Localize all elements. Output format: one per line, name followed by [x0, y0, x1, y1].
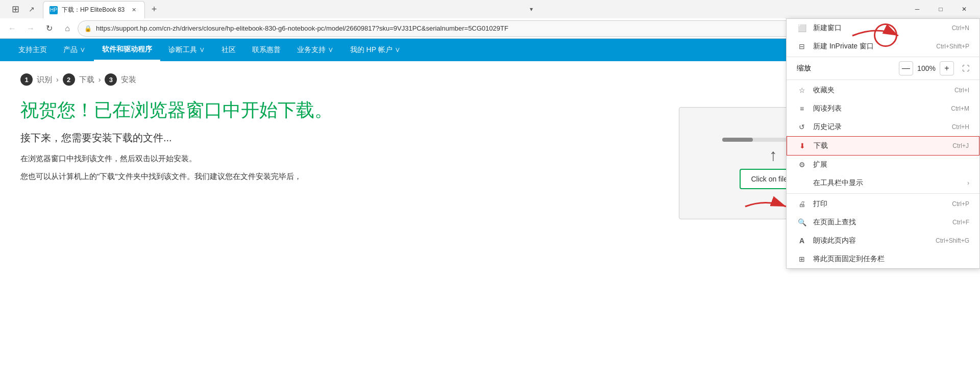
tab-icon-1[interactable]: ⊞ — [8, 2, 22, 16]
downloads-shortcut: Ctrl+J — [952, 142, 969, 149]
back-button[interactable]: ← — [4, 20, 20, 37]
favorites-icon: ☆ — [797, 85, 807, 95]
close-button[interactable]: ✕ — [952, 0, 976, 18]
refresh-button[interactable]: ↻ — [41, 20, 57, 37]
reading-list-shortcut: Ctrl+M — [951, 105, 969, 112]
menu-item-print[interactable]: 🖨 打印 Ctrl+P — [787, 195, 979, 213]
tab-title: 下载：HP EliteBook 83 — [62, 6, 125, 14]
menu-divider-3 — [787, 193, 979, 194]
new-window-icon: ⬜ — [797, 23, 807, 33]
history-label: 历史记录 — [813, 122, 946, 132]
menu-item-read-aloud[interactable]: A 朗读此页内容 Ctrl+Shift+G — [787, 231, 979, 250]
find-shortcut: Ctrl+F — [952, 219, 969, 226]
breadcrumb-step-1: 1 识别 — [20, 73, 52, 86]
pin-taskbar-icon: ⊞ — [797, 254, 807, 264]
menu-item-favorites[interactable]: ☆ 收藏夹 Ctrl+I — [787, 81, 979, 99]
history-icon: ↺ — [797, 122, 807, 132]
home-button[interactable]: ⌂ — [59, 20, 76, 37]
zoom-control: 缩放 — 100% + ⛶ — [787, 58, 979, 79]
step-3-label: 安装 — [121, 75, 136, 85]
toolbar-show-icon — [797, 178, 807, 188]
url-display: https://support.hp.com/cn-zh/drivers/clo… — [96, 24, 866, 32]
title-bar: ⊞ ↗ HP 下载：HP EliteBook 83 ✕ + ▾ ─ □ ✕ — [0, 0, 980, 18]
tab-dropdown-button[interactable]: ▾ — [524, 2, 538, 16]
step-1-number: 1 — [20, 73, 33, 86]
history-shortcut: Ctrl+H — [952, 123, 969, 131]
menu-divider-1 — [787, 57, 979, 57]
find-label: 在页面上查找 — [813, 218, 946, 227]
active-tab[interactable]: HP 下载：HP EliteBook 83 ✕ — [43, 1, 145, 18]
pin-taskbar-label: 将此页面固定到任务栏 — [813, 254, 969, 264]
arrow-up-icon: ↑ — [769, 146, 777, 165]
step-2-number: 2 — [63, 73, 75, 86]
breadcrumb-step-3: 3 安装 — [105, 73, 136, 86]
downloads-label: 下载 — [814, 141, 946, 150]
favorites-shortcut: Ctrl+I — [954, 87, 969, 94]
read-aloud-shortcut: Ctrl+Shift+G — [936, 237, 969, 244]
menu-item-extensions[interactable]: ⚙ 扩展 — [787, 156, 979, 174]
new-window-shortcut: Ctrl+N — [952, 24, 969, 32]
step-2-label: 下载 — [79, 75, 94, 85]
print-label: 打印 — [813, 199, 946, 209]
toolbar-show-label: 在工具栏中显示 — [813, 178, 961, 188]
inprivate-icon: ⊟ — [797, 41, 807, 52]
step-3-number: 3 — [105, 73, 117, 86]
nav-item-diagnostics[interactable]: 诊断工具 ∨ — [160, 39, 213, 61]
menu-item-find[interactable]: 🔍 在页面上查找 Ctrl+F — [787, 213, 979, 231]
zoom-out-button[interactable]: — — [899, 61, 913, 75]
downloads-icon: ⬇ — [797, 141, 807, 151]
inprivate-label: 新建 InPrivate 窗口 — [813, 42, 930, 51]
new-tab-button[interactable]: + — [147, 2, 161, 16]
print-shortcut: Ctrl+P — [952, 200, 969, 208]
print-icon: 🖨 — [797, 199, 807, 209]
menu-item-pin-taskbar[interactable]: ⊞ 将此页面固定到任务栏 — [787, 250, 979, 268]
nav-item-contact[interactable]: 联系惠普 — [244, 39, 289, 61]
extensions-label: 扩展 — [813, 160, 969, 169]
context-menu: ⬜ 新建窗口 Ctrl+N ⊟ 新建 InPrivate 窗口 Ctrl+Shi… — [786, 18, 980, 269]
menu-item-toolbar-show[interactable]: 在工具栏中显示 › — [787, 174, 979, 192]
nav-item-account[interactable]: 我的 HP 帐户 ∨ — [342, 39, 409, 61]
nav-item-software[interactable]: 软件和驱动程序 — [94, 39, 160, 61]
nav-item-community[interactable]: 社区 — [213, 39, 244, 61]
tab-icon-2[interactable]: ↗ — [24, 2, 39, 16]
lock-icon: 🔒 — [84, 25, 92, 32]
new-window-label: 新建窗口 — [813, 23, 946, 33]
zoom-label: 缩放 — [797, 64, 895, 73]
progress-bar-fill — [722, 138, 753, 142]
menu-item-history[interactable]: ↺ 历史记录 Ctrl+H — [787, 118, 979, 136]
menu-item-downloads[interactable]: ⬇ 下载 Ctrl+J — [787, 136, 979, 156]
breadcrumb-arrow-1: › — [56, 75, 59, 84]
zoom-expand-button[interactable]: ⛶ — [962, 64, 969, 72]
favorites-label: 收藏夹 — [813, 86, 948, 95]
reading-list-icon: ≡ — [797, 104, 807, 114]
zoom-in-button[interactable]: + — [940, 61, 954, 75]
nav-item-business[interactable]: 业务支持 ∨ — [289, 39, 342, 61]
menu-divider-2 — [787, 80, 979, 80]
read-aloud-label: 朗读此页内容 — [813, 236, 929, 245]
toolbar-show-arrow: › — [967, 179, 969, 187]
step-1-label: 识别 — [37, 75, 52, 85]
forward-button[interactable]: → — [22, 20, 39, 37]
read-aloud-icon: A — [797, 236, 807, 246]
extensions-icon: ⚙ — [797, 160, 807, 170]
nav-item-products[interactable]: 产品 ∨ — [55, 39, 94, 61]
find-icon: 🔍 — [797, 217, 807, 227]
minimize-button[interactable]: ─ — [905, 0, 929, 18]
tab-close-button[interactable]: ✕ — [129, 6, 138, 15]
inprivate-shortcut: Ctrl+Shift+P — [936, 43, 969, 50]
nav-item-home[interactable]: 支持主页 — [10, 39, 55, 61]
menu-item-reading-list[interactable]: ≡ 阅读列表 Ctrl+M — [787, 99, 979, 118]
maximize-button[interactable]: □ — [929, 0, 952, 18]
menu-item-new-window[interactable]: ⬜ 新建窗口 Ctrl+N — [787, 19, 979, 37]
tab-icon-group: ⊞ ↗ — [8, 2, 39, 18]
address-input[interactable]: 🔒 https://support.hp.com/cn-zh/drivers/c… — [78, 20, 888, 37]
menu-item-inprivate[interactable]: ⊟ 新建 InPrivate 窗口 Ctrl+Shift+P — [787, 37, 979, 56]
breadcrumb-step-2: 2 下载 — [63, 73, 94, 86]
breadcrumb-arrow-2: › — [99, 75, 101, 84]
tab-favicon: HP — [50, 6, 58, 14]
reading-list-label: 阅读列表 — [813, 104, 945, 113]
zoom-value: 100% — [917, 64, 936, 72]
